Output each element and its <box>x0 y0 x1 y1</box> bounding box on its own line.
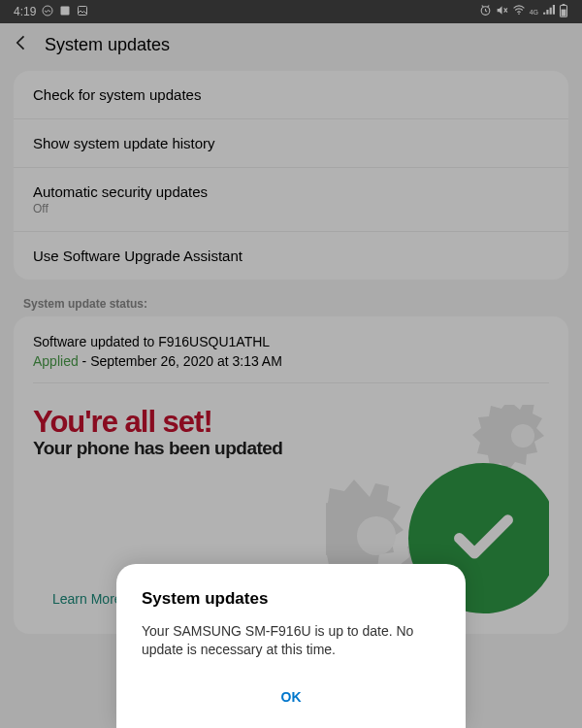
ok-button[interactable]: OK <box>142 683 440 711</box>
dialog-title: System updates <box>142 589 440 609</box>
dialog: System updates Your SAMSUNG SM-F916U is … <box>116 564 466 728</box>
dialog-body: Your SAMSUNG SM-F916U is up to date. No … <box>142 622 440 660</box>
